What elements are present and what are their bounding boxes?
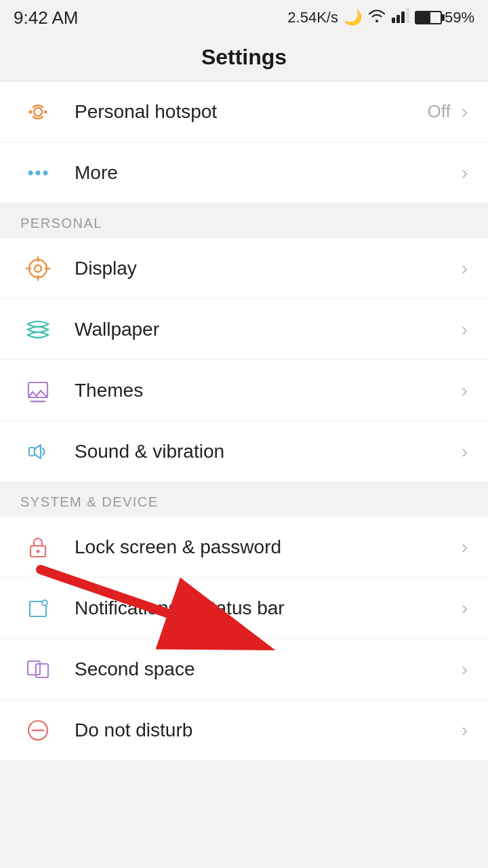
themes-icon [20,373,56,408]
settings-item-more[interactable]: More › [0,142,488,203]
network-speed: 2.54K/s [287,9,338,26]
wallpaper-icon [20,312,56,347]
lock-icon [20,530,56,565]
svg-point-11 [35,265,41,272]
settings-item-personal-hotspot[interactable]: Personal hotspot Off › [0,81,488,142]
more-chevron: › [462,162,468,184]
status-bar: 9:42 AM 2.54K/s 🌙 [0,0,488,35]
display-chevron: › [462,258,468,279]
themes-label: Themes [75,380,458,401]
settings-item-lock-screen[interactable]: Lock screen & password › [0,517,488,578]
settings-item-dnd[interactable]: Do not disturb › [0,700,488,761]
wallpaper-chevron: › [462,319,468,340]
more-icon [20,155,56,191]
svg-rect-3 [406,8,409,23]
second-space-chevron: › [462,658,468,680]
second-space-label: Second space [75,658,458,680]
svg-point-5 [29,110,33,113]
settings-item-wallpaper[interactable]: Wallpaper › [0,299,488,360]
svg-point-7 [28,170,33,175]
svg-rect-2 [401,12,405,23]
hotspot-value: Off [427,101,450,122]
themes-chevron: › [462,380,468,401]
dnd-label: Do not disturb [75,719,458,741]
settings-item-display[interactable]: Display › [0,238,488,299]
more-label: More [75,162,458,184]
page-title: Settings [201,45,287,69]
settings-item-second-space[interactable]: Second space › [0,639,488,700]
settings-item-sound[interactable]: Sound & vibration › [0,421,488,482]
status-icons: 2.54K/s 🌙 [287,8,474,27]
status-time: 9:42 AM [14,7,78,28]
display-icon [20,251,56,286]
section-personal: PERSONAL [0,203,488,238]
lock-chevron: › [462,536,468,558]
section-personal-label: PERSONAL [20,216,102,231]
svg-point-23 [43,601,47,605]
signal-icon [392,8,409,27]
wifi-icon [367,8,386,27]
svg-point-10 [29,260,47,277]
svg-point-6 [44,110,47,113]
svg-point-4 [34,108,42,116]
section-system-label: SYSTEM & DEVICE [20,494,159,509]
notifications-icon [20,591,56,626]
moon-icon: 🌙 [344,9,362,26]
settings-item-themes[interactable]: Themes › [0,360,488,421]
lock-screen-label: Lock screen & password [75,536,458,558]
display-label: Display [75,258,458,279]
settings-list: Personal hotspot Off › More › PERSONAL [0,81,488,761]
hotspot-label: Personal hotspot [75,101,427,123]
svg-rect-0 [392,18,395,23]
notifications-label: Notifications & status bar [75,597,458,619]
app-header: Settings [0,35,488,81]
battery-percent: 59% [445,9,474,26]
sound-icon [20,434,56,469]
svg-point-8 [36,170,41,175]
wallpaper-label: Wallpaper [75,319,458,340]
hotspot-icon [20,94,56,130]
settings-item-notifications[interactable]: Notifications & status bar › [0,578,488,639]
svg-point-9 [43,170,48,175]
sound-chevron: › [462,441,468,462]
hotspot-chevron: › [462,101,468,123]
dnd-chevron: › [462,719,468,741]
svg-point-20 [37,549,40,553]
sound-label: Sound & vibration [75,441,458,462]
svg-rect-1 [396,15,400,23]
battery-icon [415,11,442,24]
svg-rect-18 [29,448,35,456]
dnd-icon [20,713,56,748]
battery: 59% [415,9,474,26]
section-system-device: SYSTEM & DEVICE [0,482,488,517]
notifications-chevron: › [462,597,468,619]
second-space-icon [20,652,56,687]
